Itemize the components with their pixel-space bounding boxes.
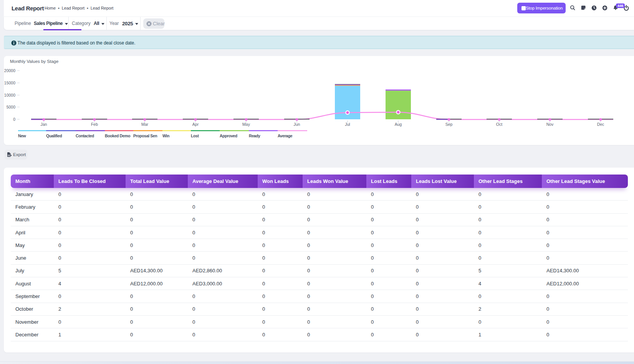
svg-text:0: 0 [13, 117, 15, 122]
svg-text:20000: 20000 [4, 68, 15, 73]
svg-text:Monthly Values by Stage: Monthly Values by Stage [10, 59, 58, 64]
svg-text:Ready: Ready [249, 133, 260, 138]
svg-text:Average: Average [278, 133, 293, 138]
svg-text:Qualified: Qualified [46, 133, 62, 138]
svg-text:Proposal Sen: Proposal Sen [133, 133, 157, 138]
svg-text:10000: 10000 [4, 93, 15, 97]
svg-text:Win: Win [162, 133, 169, 138]
svg-text:New: New [18, 133, 26, 138]
svg-text:Booked Demo: Booked Demo [105, 133, 130, 138]
svg-text:Approved: Approved [220, 133, 237, 138]
svg-text:Lost: Lost [191, 133, 199, 138]
svg-text:5000: 5000 [7, 105, 16, 109]
svg-text:Contacted: Contacted [76, 133, 94, 138]
svg-text:15000: 15000 [4, 81, 15, 85]
